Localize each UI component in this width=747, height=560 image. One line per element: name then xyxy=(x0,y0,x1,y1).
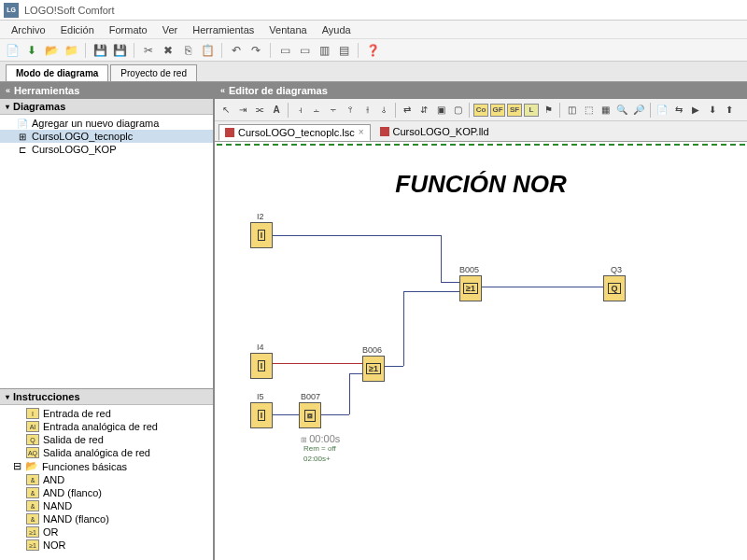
split2-icon[interactable]: ⬚ xyxy=(581,103,596,118)
gf-box-icon[interactable]: GF xyxy=(490,104,505,117)
dist-h-icon[interactable]: ⇄ xyxy=(400,103,415,118)
instr-net-analog-output[interactable]: AQSalida analógica de red xyxy=(0,446,213,459)
new-icon[interactable]: 📄 xyxy=(4,42,21,59)
menu-edit[interactable]: Edición xyxy=(53,24,102,35)
download-icon[interactable]: ⬇ xyxy=(705,103,720,118)
text-icon[interactable]: A xyxy=(269,103,284,118)
front-icon[interactable]: ▣ xyxy=(433,103,448,118)
cut-icon[interactable]: ✂ xyxy=(140,42,157,59)
undo-icon[interactable]: ↶ xyxy=(228,42,245,59)
flag-icon[interactable]: ⚑ xyxy=(541,103,556,118)
instr-net-output[interactable]: QSalida de red xyxy=(0,433,213,446)
window2-icon[interactable]: ▭ xyxy=(296,42,313,59)
window4-icon[interactable]: ▤ xyxy=(335,42,352,59)
paste-icon[interactable]: 📋 xyxy=(199,42,216,59)
menu-tools[interactable]: Herramientas xyxy=(185,24,261,35)
upload-icon[interactable]: ⬆ xyxy=(722,103,737,118)
down-arrow-icon[interactable]: ⬇ xyxy=(23,42,40,59)
delete-icon[interactable]: ✖ xyxy=(160,42,176,59)
instr-net-input[interactable]: IEntrada de red xyxy=(0,407,213,420)
l-box-icon[interactable]: L xyxy=(524,104,539,117)
separator xyxy=(288,103,289,118)
tab-network-project[interactable]: Proyecto de red xyxy=(110,64,197,81)
separator xyxy=(270,43,271,58)
instr-nor[interactable]: ≥1NOR xyxy=(0,539,213,552)
file-tab[interactable]: CursoLOGO_KOP.lld xyxy=(374,124,495,139)
align-right-icon[interactable]: ⫟ xyxy=(326,103,341,118)
block-i4[interactable]: I xyxy=(250,353,273,379)
wire xyxy=(273,363,362,364)
zoom-out-icon[interactable]: 🔎 xyxy=(631,103,646,118)
align-bottom-icon[interactable]: ⫰ xyxy=(376,103,391,118)
split3-icon[interactable]: ▦ xyxy=(598,103,613,118)
tools-panel-header: « Herramientas xyxy=(0,82,213,99)
close-tab-icon[interactable]: × xyxy=(359,127,364,137)
instr-and[interactable]: &AND xyxy=(0,473,213,486)
annotation-extra: 02:00s+ xyxy=(303,455,331,463)
sf-box-icon[interactable]: SF xyxy=(507,104,522,117)
instr-and-edge[interactable]: &AND (flanco) xyxy=(0,486,213,499)
collapse-icon[interactable]: « xyxy=(6,86,10,95)
saveall-icon[interactable]: 💾 xyxy=(111,42,128,59)
tab-diagram-mode[interactable]: Modo de diagrama xyxy=(6,64,108,81)
main-toolbar: 📄 ⬇ 📂 📁 💾 💾 ✂ ✖ ⎘ 📋 ↶ ↷ ▭ ▭ ▥ ▤ ❓ xyxy=(0,39,747,62)
instr-basic-folder[interactable]: ⊟📂Funciones básicas xyxy=(0,459,213,473)
diagram-item[interactable]: ⊏ CursoLOGO_KOP xyxy=(0,143,213,156)
add-diagram-item[interactable]: 📄 Agregar un nuevo diagrama xyxy=(0,117,213,130)
block-i5[interactable]: I xyxy=(250,402,273,428)
copy-icon[interactable]: ⎘ xyxy=(179,42,196,59)
block-i2[interactable]: I xyxy=(250,222,273,248)
wire xyxy=(385,366,403,367)
menu-help[interactable]: Ayuda xyxy=(315,24,359,35)
block-b006[interactable]: ≥1 xyxy=(362,356,385,382)
convert-icon[interactable]: ⇆ xyxy=(671,103,686,118)
instructions-header[interactable]: ▾ Instrucciones xyxy=(0,389,213,405)
link-icon[interactable]: ⫘ xyxy=(252,103,267,118)
app-logo-icon: LG xyxy=(4,3,19,18)
help-icon[interactable]: ❓ xyxy=(364,42,381,59)
dot-grid xyxy=(215,142,747,560)
diagram-item[interactable]: ⊞ CursoLOGO_tecnoplc xyxy=(0,130,213,143)
split1-icon[interactable]: ◫ xyxy=(564,103,579,118)
instr-nand[interactable]: &NAND xyxy=(0,499,213,512)
menu-format[interactable]: Formato xyxy=(102,24,155,35)
page-icon[interactable]: 📄 xyxy=(655,103,669,118)
align-top-icon[interactable]: ⫯ xyxy=(343,103,358,118)
open-icon[interactable]: 📂 xyxy=(43,42,60,59)
instr-nand-edge[interactable]: &NAND (flanco) xyxy=(0,512,213,525)
dist-v-icon[interactable]: ⇵ xyxy=(416,103,431,118)
diagrams-header[interactable]: ▾ Diagramas xyxy=(0,99,213,115)
connect-icon[interactable]: ⇥ xyxy=(235,103,250,118)
align-mid-icon[interactable]: ⫲ xyxy=(359,103,374,118)
align-left-icon[interactable]: ⫞ xyxy=(292,103,307,118)
block-b007[interactable]: ⧈ xyxy=(299,402,321,428)
window1-icon[interactable]: ▭ xyxy=(276,42,293,59)
wire xyxy=(482,287,603,287)
menu-file[interactable]: Archivo xyxy=(4,24,53,35)
save-icon[interactable]: 💾 xyxy=(92,42,108,59)
back-icon[interactable]: ▢ xyxy=(450,103,465,118)
window3-icon[interactable]: ▥ xyxy=(316,42,332,59)
block-label-b005: B005 xyxy=(459,265,479,274)
add-icon: 📄 xyxy=(17,119,28,129)
close-icon[interactable]: 📁 xyxy=(63,42,79,59)
block-b005[interactable]: ≥1 xyxy=(459,275,482,301)
left-panel: « Herramientas ▾ Diagramas 📄 Agregar un … xyxy=(0,82,215,560)
menu-window[interactable]: Ventana xyxy=(261,24,314,35)
app-title: LOGO!Soft Comfort xyxy=(24,5,115,16)
file-tab-active[interactable]: CursoLOGO_tecnoplc.lsc × xyxy=(218,124,371,141)
zoom-in-icon[interactable]: 🔍 xyxy=(614,103,629,118)
pointer-icon[interactable]: ↖ xyxy=(218,103,233,118)
instr-net-analog-input[interactable]: AIEntrada analógica de red xyxy=(0,420,213,433)
sim-icon[interactable]: ▶ xyxy=(688,103,703,118)
block-q3[interactable]: Q xyxy=(603,275,626,301)
instr-or[interactable]: ≥1OR xyxy=(0,525,213,539)
right-panel: « Editor de diagramas ↖ ⇥ ⫘ A ⫞ ⫠ ⫟ ⫯ ⫲ … xyxy=(215,82,747,560)
align-center-icon[interactable]: ⫠ xyxy=(309,103,324,118)
separator xyxy=(559,103,560,118)
collapse-icon[interactable]: « xyxy=(220,86,225,95)
redo-icon[interactable]: ↷ xyxy=(247,42,264,59)
diagram-canvas[interactable]: FUNCIÓN NOR I2 I B005 ≥1 Q3 Q I4 I B006 … xyxy=(215,142,747,560)
menu-view[interactable]: Ver xyxy=(155,24,186,35)
co-box-icon[interactable]: Co xyxy=(473,104,488,117)
